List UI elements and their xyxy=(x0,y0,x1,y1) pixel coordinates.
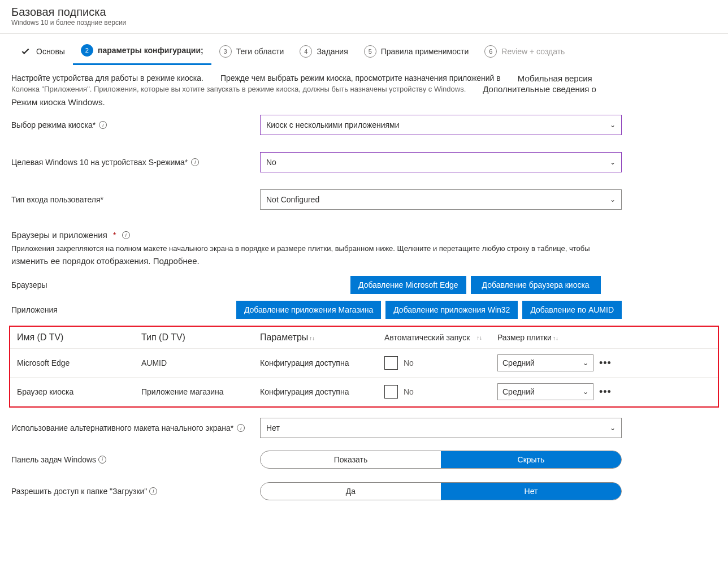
col-type[interactable]: Тип (D TV) xyxy=(141,332,260,343)
logon-row: Тип входа пользователя* Not Configured ⌄ xyxy=(11,189,717,210)
step-number: 2 xyxy=(81,44,93,57)
chevron-down-icon: ⌄ xyxy=(610,158,616,166)
taskbar-toggle: Показать Скрыть xyxy=(260,451,622,469)
step-basics[interactable]: Основы xyxy=(11,42,73,64)
chevron-down-icon: ⌄ xyxy=(583,359,588,367)
add-aumid-button[interactable]: Добавление по AUMID xyxy=(522,301,622,319)
cell-params: Конфигурация доступна xyxy=(260,387,384,396)
sort-icon: ↑↓ xyxy=(553,335,558,341)
cell-params: Конфигурация доступна xyxy=(260,358,384,367)
table-row[interactable]: Браузер киоска Приложение магазина Конфи… xyxy=(10,378,718,406)
table-header: Имя (D TV) Тип (D TV) Параметры↑↓ Автома… xyxy=(10,327,718,349)
cell-auto: No xyxy=(404,358,414,367)
downloads-label: Разрешить доступ к папке "Загрузки" xyxy=(11,487,147,496)
apps-table-highlight: Имя (D TV) Тип (D TV) Параметры↑↓ Автома… xyxy=(9,326,719,408)
step-configuration[interactable]: 2 параметры конфигурации; xyxy=(73,41,211,65)
sort-icon: ↑↓ xyxy=(476,335,482,341)
browsers-row: Браузеры Добавление Microsoft Edge Добав… xyxy=(11,276,717,294)
chevron-down-icon: ⌄ xyxy=(610,196,616,204)
alt-layout-label: Использование альтернативного макета нач… xyxy=(11,423,233,432)
add-win32-app-button[interactable]: Добавление приложения Win32 xyxy=(385,301,518,319)
alt-layout-row: Использование альтернативного макета нач… xyxy=(11,418,717,438)
chevron-down-icon: ⌄ xyxy=(610,121,616,129)
autolaunch-checkbox[interactable] xyxy=(384,356,398,370)
page-header: Базовая подписка Windows 10 и более позд… xyxy=(0,0,728,31)
target-select[interactable]: No ⌄ xyxy=(260,152,622,172)
check-icon xyxy=(19,45,32,58)
info-icon[interactable]: i xyxy=(237,424,245,432)
logon-label: Тип входа пользователя* xyxy=(11,195,103,204)
col-params[interactable]: Параметры↑↓ xyxy=(260,332,384,343)
step-label: Review + создать xyxy=(501,47,565,56)
page-title: Базовая подписка xyxy=(11,6,717,19)
browsers-apps-head: Браузеры и приложения * i xyxy=(11,230,717,240)
row-more-button[interactable]: ••• xyxy=(599,357,622,369)
section-desc: Приложения закрепляются на полном макете… xyxy=(11,244,717,253)
cell-name: Microsoft Edge xyxy=(17,358,141,367)
cell-type: AUMID xyxy=(141,358,260,367)
select-value: Not Configured xyxy=(266,195,319,204)
intro-b: Прежде чем выбрать режим киоска, просмот… xyxy=(220,73,501,83)
step-label: Теги области xyxy=(236,47,284,56)
step-number: 5 xyxy=(364,45,376,58)
kiosk-mode-select[interactable]: Киоск с несколькими приложениями ⌄ xyxy=(260,115,622,135)
info-icon[interactable]: i xyxy=(98,456,106,464)
step-number: 6 xyxy=(484,45,497,58)
step-review[interactable]: 6 Review + создать xyxy=(476,42,573,64)
step-number: 4 xyxy=(300,45,312,58)
intro-e: Дополнительные сведения о xyxy=(483,84,596,94)
step-number: 3 xyxy=(219,45,232,58)
step-label: Основы xyxy=(36,47,65,56)
logon-select[interactable]: Not Configured ⌄ xyxy=(260,189,622,210)
cell-auto: No xyxy=(404,387,414,396)
taskbar-row: Панель задач Windowsi Показать Скрыть xyxy=(11,451,717,469)
alt-layout-select[interactable]: Нет ⌄ xyxy=(260,418,622,438)
cell-name: Браузер киоска xyxy=(17,387,141,396)
col-autolaunch[interactable]: Автоматический запуск↑↓ xyxy=(384,333,497,342)
info-icon[interactable]: i xyxy=(122,231,130,239)
kiosk-mode-label: Выбор режима киоска* xyxy=(11,120,96,129)
apps-table: Имя (D TV) Тип (D TV) Параметры↑↓ Автома… xyxy=(10,327,718,406)
step-label: Правила применимости xyxy=(381,47,469,56)
intro-a: Настройте устройства для работы в режиме… xyxy=(11,73,203,83)
apps-row: Приложения Добавление приложения Магазин… xyxy=(11,301,717,319)
downloads-no[interactable]: Нет xyxy=(441,483,621,500)
col-tilesize[interactable]: Размер плитки↑↓ xyxy=(497,333,599,342)
add-kiosk-browser-button[interactable]: Добавление браузера киоска xyxy=(471,276,601,294)
page-subtitle: Windows 10 и более поздние версии xyxy=(11,19,717,27)
add-store-app-button[interactable]: Добавление приложения Магазина xyxy=(236,301,381,319)
info-icon[interactable]: i xyxy=(99,121,107,129)
taskbar-show[interactable]: Показать xyxy=(261,451,441,468)
apps-label: Приложения xyxy=(11,305,203,314)
col-name[interactable]: Имя (D TV) xyxy=(17,332,141,343)
add-edge-button[interactable]: Добавление Microsoft Edge xyxy=(350,276,466,294)
wizard-steps: Основы 2 параметры конфигурации; 3 Теги … xyxy=(0,34,728,66)
tilesize-select[interactable]: Средний⌄ xyxy=(497,354,593,371)
step-applicability[interactable]: 5 Правила применимости xyxy=(356,42,477,64)
downloads-toggle: Да Нет xyxy=(260,482,622,500)
autolaunch-checkbox[interactable] xyxy=(384,385,398,399)
select-value: Киоск с несколькими приложениями xyxy=(266,120,400,129)
taskbar-hide[interactable]: Скрыть xyxy=(441,451,621,468)
tilesize-select[interactable]: Средний⌄ xyxy=(497,383,593,400)
select-value: No xyxy=(266,158,276,167)
step-assignments[interactable]: 4 Задания xyxy=(292,42,356,64)
info-icon[interactable]: i xyxy=(149,487,157,495)
section-desc2: изменить ее порядок отображения. Подробн… xyxy=(11,256,717,266)
intro-c: Мобильная версия xyxy=(518,73,592,83)
downloads-yes[interactable]: Да xyxy=(261,483,441,500)
browsers-label: Браузеры xyxy=(11,280,203,289)
section-title: Браузеры и приложения xyxy=(11,230,107,240)
target-label: Целевая Windows 10 на устройствах S-режи… xyxy=(11,158,188,167)
target-row: Целевая Windows 10 на устройствах S-режи… xyxy=(11,152,717,172)
step-scope-tags[interactable]: 3 Теги области xyxy=(211,42,292,64)
intro-d: Колонка "Приложения". Приложения, которы… xyxy=(11,85,466,93)
intro-f: Режим киоска Windows. xyxy=(11,97,717,107)
info-icon[interactable]: i xyxy=(191,158,199,166)
step-label: Задания xyxy=(317,47,348,56)
step-label: параметры конфигурации; xyxy=(98,46,203,55)
chevron-down-icon: ⌄ xyxy=(583,388,588,396)
table-row[interactable]: Microsoft Edge AUMID Конфигурация доступ… xyxy=(10,349,718,378)
row-more-button[interactable]: ••• xyxy=(599,386,622,398)
form: Выбор режима киоска*i Киоск с нескольким… xyxy=(0,109,728,520)
